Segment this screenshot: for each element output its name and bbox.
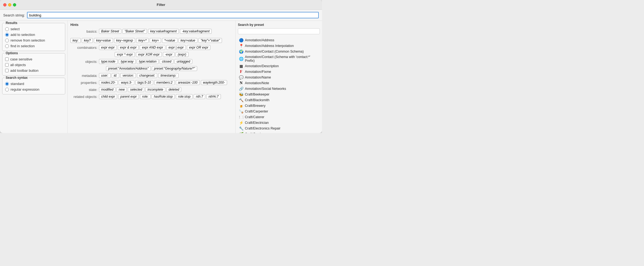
radio-standard[interactable]: standard [5,82,62,86]
hint-tag[interactable]: expr | expr [166,45,186,50]
hint-tag[interactable]: role: [140,94,150,99]
hint-tag[interactable]: user: [99,73,111,78]
hint-tag[interactable]: expr OR expr [187,45,210,50]
hint-tag[interactable]: child expr [99,94,117,99]
hint-tag[interactable]: nth%:7 [206,94,221,99]
search-input[interactable] [27,12,319,18]
hint-tag[interactable]: selected [128,87,144,92]
hint-tag[interactable]: role:stop [176,94,193,99]
radio-standard-input[interactable] [5,82,9,86]
checkbox-all-objects-input[interactable] [5,63,9,67]
hint-tag[interactable]: closed [160,59,173,64]
hint-tag[interactable]: "Baker Street" [122,29,147,34]
hint-tag[interactable]: expr XOR expr [136,52,162,57]
hint-tag[interactable]: waylength:200- [201,80,227,85]
preset-item-icon: 🐝 [239,92,243,97]
list-item[interactable]: 🪚 Craft/Carpenter [238,109,320,114]
hint-tag[interactable]: parent expr [118,94,139,99]
radio-remove-input[interactable] [5,39,9,42]
results-section: Results select add to selection remove f… [2,23,65,51]
hint-tag[interactable]: incomplete [145,87,165,92]
hint-tag[interactable]: type:way [119,59,136,64]
minimize-button[interactable] [8,3,11,6]
preset-item-label: Craft/Brewery [245,104,265,108]
hints-properties-label: properties: [70,80,97,85]
hint-tag[interactable]: expr AND expr [140,45,165,50]
hint-tag[interactable]: key=value [94,38,113,43]
hint-tag[interactable]: Baker Street [99,29,121,34]
radio-regex-input[interactable] [5,88,9,91]
list-item[interactable]: 🐝 Craft/Beekeeper [238,92,320,97]
hint-tag[interactable]: key? [82,38,93,43]
hint-tag[interactable]: key>value [179,38,197,43]
checkbox-all-objects[interactable]: all objects [5,63,62,67]
hint-tag[interactable]: "key"="value" [198,38,222,43]
hint-tag[interactable]: preset:"Geography/Nature/*" [152,66,197,71]
list-item[interactable]: F Annotation/Fixme [238,69,320,74]
list-item[interactable]: ▦ Annotation/Description [238,63,320,69]
hint-tag[interactable]: type:node [99,59,118,64]
hint-tag[interactable]: -key:valuefragment [180,29,212,34]
hint-tag[interactable]: version: [120,73,136,78]
hint-tag[interactable]: hasRole:stop [152,94,175,99]
hint-tag[interactable]: key: [70,38,81,43]
hint-tag[interactable]: *=value [162,38,177,43]
list-item[interactable]: 🔨 Craft/Blacksmith [238,97,320,103]
list-item[interactable]: 🌐 Annotation/Contact (Schema with 'conta… [238,54,320,63]
hint-tag[interactable]: tags:5-10 [135,80,153,85]
list-item[interactable]: 🍽️ Craft/Caterer [238,114,320,120]
radio-remove-from-selection[interactable]: remove from selection [5,38,62,42]
hint-tag[interactable]: (expr) [176,52,188,57]
maximize-button[interactable] [13,3,16,6]
list-item[interactable]: 🔧 Craft/Electronics Repair [238,126,320,131]
checkbox-add-toolbar[interactable]: add toolbar button [5,69,62,73]
hints-objects-tags: type:node type:way type:relation closed … [99,59,192,64]
list-item[interactable]: 🌍 Annotation/Contact (Common Schema) [238,49,320,54]
radio-regex[interactable]: regular expression [5,87,62,91]
hint-tag[interactable]: key= [150,38,161,43]
hint-tag[interactable]: timestamp: [158,73,179,78]
radio-find-in-selection[interactable]: find in selection [5,44,62,48]
radio-add-input[interactable] [5,33,9,37]
hint-tag[interactable]: key=* [136,38,149,43]
radio-add-to-selection[interactable]: add to selection [5,33,62,37]
hint-tag[interactable]: members:2 [154,80,175,85]
hint-tag[interactable]: expr ^ expr [115,52,135,57]
hint-tag[interactable]: changeset: [137,73,157,78]
hint-tag[interactable]: new [117,87,127,92]
hint-tag[interactable]: key:valuefragment [148,29,179,34]
list-item[interactable]: 🔵 Annotation/Address [238,37,320,43]
hint-tag[interactable]: key~regexp [114,38,135,43]
hint-tag[interactable]: type:relation [137,59,159,64]
list-item[interactable]: 🌿 Craft/Gardener [238,131,320,133]
hint-tag[interactable]: nth:7 [194,94,205,99]
list-item[interactable]: 🔗 Annotation/Social Networks [238,86,320,91]
hint-tag[interactable]: preset:"Annotation/Address" [106,66,151,71]
list-item[interactable]: 💬 Annotation/Name [238,75,320,80]
hint-tag[interactable]: modified [99,87,115,92]
preset-item-icon: ⚡ [239,121,243,125]
hint-tag[interactable]: expr expr [99,45,117,50]
list-item[interactable]: 🍺 Craft/Brewery [238,103,320,108]
list-item[interactable]: 📍 Annotation/Address Interpolation [238,43,320,49]
radio-find-input[interactable] [5,44,9,48]
close-button[interactable] [3,3,6,6]
radio-select-input[interactable] [5,27,9,31]
hint-tag[interactable]: ways:3- [119,80,134,85]
hint-tag[interactable]: untagged [174,59,192,64]
hint-tag[interactable]: -expr [163,52,174,57]
list-item[interactable]: N Annotation/Note [238,80,320,86]
preset-search-input[interactable] [238,28,320,34]
radio-select[interactable]: select [5,27,62,31]
hint-tag[interactable]: nodes:20- [99,80,118,85]
left-panel: Results select add to selection remove f… [0,21,67,133]
hint-tag[interactable]: expr & expr [118,45,139,50]
checkbox-add-toolbar-input[interactable] [5,69,9,72]
hint-tag[interactable]: id: [112,73,119,78]
hints-related-tags: child expr parent expr role: hasRole:sto… [99,94,221,99]
list-item[interactable]: ⚡ Craft/Electrician [238,120,320,125]
hint-tag[interactable]: deleted [166,87,181,92]
hint-tag[interactable]: areasize:-100 [176,80,200,85]
checkbox-case-sensitive[interactable]: case sensitive [5,57,62,61]
checkbox-case-sensitive-input[interactable] [5,57,9,61]
